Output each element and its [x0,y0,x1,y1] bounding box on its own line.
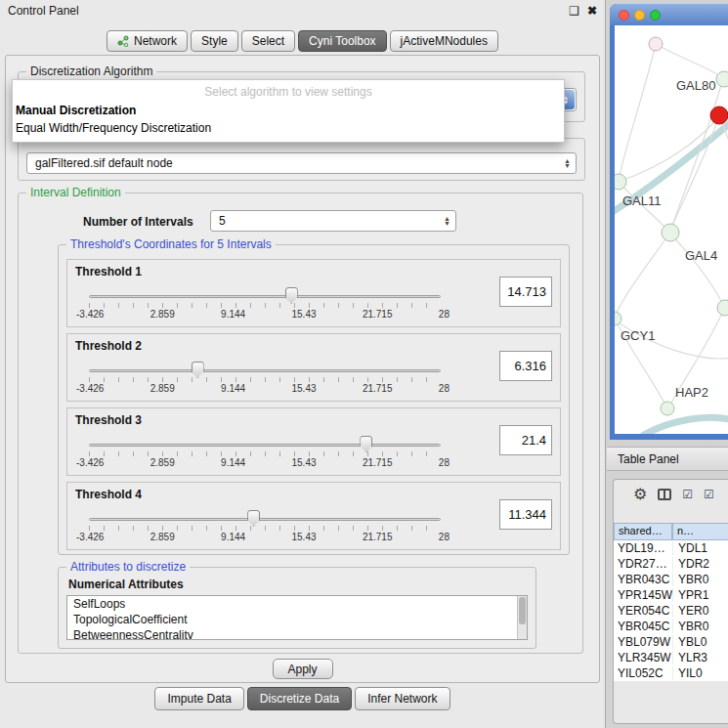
tab-style[interactable]: Style [191,30,238,52]
network-node[interactable] [717,300,728,316]
network-node-hap2[interactable] [661,402,674,415]
tick-label: 28 [439,457,450,468]
scrollbar-thumb[interactable] [519,597,526,624]
node-label: GAL80 [676,78,715,93]
cell-name: YBL0 [672,635,728,649]
slider-thumb[interactable] [192,362,204,378]
network-view-window: GAL80 GAL11 GAL4 GCY1 HAP2 [610,4,728,440]
network-node[interactable] [649,37,663,51]
slider-thumb[interactable] [247,510,260,527]
tick-label: 2.859 [150,309,175,320]
network-window-titlebar[interactable] [610,4,728,25]
table-row[interactable]: YDL19… YDL1 [614,540,728,556]
threshold-2-value-field[interactable]: 6.316 [499,351,552,381]
tick-label: -3.426 [76,309,104,320]
tab-label: jActiveMNodules [401,34,488,48]
table-row[interactable]: YER054C YER0 [614,603,728,619]
tick-label: 9.144 [221,309,245,320]
threshold-label: Threshold 4 [75,488,142,501]
list-item[interactable]: BetweennessCentrality [67,627,527,640]
network-node-gal4[interactable] [662,224,679,241]
zoom-traffic-light-icon[interactable] [650,10,661,21]
table-row[interactable]: YPR145W YPR1 [614,587,728,603]
tick-labels: -3.426 2.859 9.144 15.43 21.715 28 [76,383,450,394]
tab-label: Select [252,34,284,48]
checkbox-icon[interactable]: ☑ [704,489,714,500]
cell-name: YBR0 [672,573,728,586]
threshold-4-value-field[interactable]: 11.344 [499,499,552,530]
threshold-3-box: Threshold 3 -3.426 2.859 9.144 15.43 21.… [66,407,561,476]
control-panel: Control Panel ❑ ✖ Network Style Select C… [0,0,606,728]
dropdown-option-manual-discretization[interactable]: Manual Discretization [13,102,564,119]
network-node-selected[interactable] [710,107,728,124]
slider-thumb[interactable] [285,287,298,304]
table-row[interactable]: YBR045C YBR0 [614,619,728,634]
tab-label: Cyni Toolbox [309,34,375,48]
cell-shared-name: YPR145W [614,588,672,602]
table-row[interactable]: YBR043C YBR0 [614,572,728,587]
cell-name: YLR3 [672,651,728,664]
bottom-tab-bar: Impute Data Discretize Data Infer Networ… [0,687,605,710]
combo-arrows-icon: ▲▼ [564,158,571,168]
slider-ticks [89,303,441,308]
slider-thumb[interactable] [360,436,372,452]
tab-cyni-toolbox[interactable]: Cyni Toolbox [298,30,386,52]
threshold-1-value-field[interactable]: 14.713 [499,277,552,307]
network-node-gal80[interactable] [716,71,728,87]
tab-discretize-data[interactable]: Discretize Data [247,687,352,710]
column-header-name[interactable]: n… [672,523,728,540]
minimize-traffic-light-icon[interactable] [634,10,645,21]
table-row[interactable]: YBL079W YBL0 [614,634,728,650]
threshold-4-box: Threshold 4 -3.426 2.859 9.144 15.43 21.… [66,482,561,550]
table-row[interactable]: YDR27… YDR2 [614,556,728,572]
list-item[interactable]: TopologicalCoefficient [67,612,527,627]
tab-network[interactable]: Network [107,30,188,52]
tab-impute-data[interactable]: Impute Data [154,687,243,710]
number-of-intervals-combobox[interactable]: 5 ▲▼ [210,210,456,232]
cell-shared-name: YBL079W [614,635,672,649]
cell-shared-name: YIL052C [614,666,672,680]
close-traffic-light-icon[interactable] [619,10,629,21]
threshold-3-slider[interactable]: -3.426 2.859 9.144 15.43 21.715 28 [89,436,441,471]
tab-jactivemnodules[interactable]: jActiveMNodules [390,30,498,52]
node-label: GAL11 [622,193,662,208]
tab-label: Impute Data [167,692,231,706]
table-panel-header: Table Panel [607,447,728,471]
gear-icon[interactable]: ⚙ [633,487,647,502]
threshold-1-slider[interactable]: -3.426 2.859 9.144 15.43 21.715 28 [89,287,441,322]
threshold-2-slider[interactable]: -3.426 2.859 9.144 15.43 21.715 28 [89,362,441,397]
node-label: GAL4 [685,248,717,263]
column-header-shared-name[interactable]: shared… [614,523,672,540]
table-row[interactable]: YIL052C YIL0 [614,665,728,681]
checkbox-icon[interactable]: ☑ [682,489,693,500]
tab-infer-network[interactable]: Infer Network [355,687,450,710]
columns-icon[interactable] [658,489,671,500]
float-window-icon[interactable]: ❑ [569,4,579,18]
tick-label: 21.715 [363,457,393,468]
apply-button[interactable]: Apply [273,659,333,679]
tab-label: Network [134,34,177,48]
network-node-gal11[interactable] [615,174,626,190]
list-item[interactable]: SelfLoops [67,596,527,612]
slider-groove [89,444,441,447]
control-panel-titlebar: Control Panel ❑ ✖ [0,0,605,21]
list-scrollbar[interactable] [517,596,527,639]
tick-label: 15.43 [292,532,317,542]
slider-groove [89,369,441,372]
tab-label: Infer Network [367,692,437,706]
cell-shared-name: YER054C [614,604,672,618]
table-row[interactable]: YLR345W YLR3 [614,650,728,665]
node-label: HAP2 [675,385,708,400]
number-of-intervals-label: Number of Intervals [83,215,193,229]
tab-select[interactable]: Select [241,30,295,52]
dropdown-option-equal-width-frequency[interactable]: Equal Width/Frequency Discretization [13,119,564,137]
table-data-combobox[interactable]: galFiltered.sif default node ▲▼ [26,152,577,174]
network-canvas[interactable]: GAL80 GAL11 GAL4 GCY1 HAP2 [615,25,728,434]
threshold-4-slider[interactable]: -3.426 2.859 9.144 15.43 21.715 28 [89,510,441,545]
threshold-label: Threshold 3 [75,413,142,427]
group-title: Discretization Algorithm [26,64,156,78]
threshold-3-value-field[interactable]: 21.4 [499,425,552,455]
thick-edge [642,417,728,434]
group-title: Threshold's Coordinates for 5 Intervals [66,237,276,251]
close-icon[interactable]: ✖ [587,4,597,18]
